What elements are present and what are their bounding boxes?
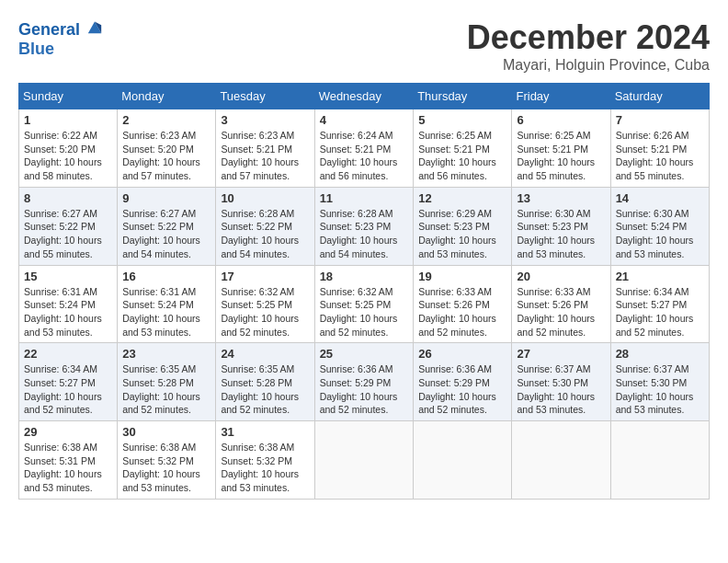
calendar-cell: 12Sunrise: 6:29 AM Sunset: 5:23 PM Dayli… [414, 187, 512, 265]
day-info: Sunrise: 6:27 AM Sunset: 5:22 PM Dayligh… [24, 207, 112, 261]
calendar-cell: 7Sunrise: 6:26 AM Sunset: 5:21 PM Daylig… [610, 109, 709, 188]
day-number: 15 [24, 270, 112, 283]
calendar-cell: 18Sunrise: 6:32 AM Sunset: 5:25 PM Dayli… [314, 265, 414, 343]
calendar-cell: 3Sunrise: 6:23 AM Sunset: 5:21 PM Daylig… [216, 109, 314, 188]
calendar-header-wednesday: Wednesday [314, 84, 414, 109]
day-number: 20 [517, 270, 605, 283]
calendar-header-sunday: Sunday [19, 84, 118, 109]
title-section: December 2024 Mayari, Holguin Province, … [467, 18, 710, 74]
calendar-cell: 16Sunrise: 6:31 AM Sunset: 5:24 PM Dayli… [118, 265, 216, 343]
calendar-week-1: 1Sunrise: 6:22 AM Sunset: 5:20 PM Daylig… [19, 109, 710, 188]
calendar-week-3: 15Sunrise: 6:31 AM Sunset: 5:24 PM Dayli… [19, 265, 710, 343]
day-info: Sunrise: 6:36 AM Sunset: 5:29 PM Dayligh… [418, 362, 506, 417]
day-info: Sunrise: 6:38 AM Sunset: 5:32 PM Dayligh… [122, 441, 210, 495]
calendar-cell: 2Sunrise: 6:23 AM Sunset: 5:20 PM Daylig… [118, 109, 216, 188]
calendar-cell: 14Sunrise: 6:30 AM Sunset: 5:24 PM Dayli… [610, 187, 709, 265]
day-number: 13 [517, 191, 605, 205]
day-info: Sunrise: 6:26 AM Sunset: 5:21 PM Dayligh… [616, 129, 704, 183]
day-number: 22 [24, 347, 112, 361]
calendar-header-friday: Friday [512, 84, 610, 109]
day-number: 5 [418, 113, 506, 127]
calendar-cell: 6Sunrise: 6:25 AM Sunset: 5:21 PM Daylig… [512, 109, 610, 188]
day-number: 24 [221, 347, 309, 361]
day-number: 21 [616, 270, 704, 283]
day-info: Sunrise: 6:38 AM Sunset: 5:32 PM Dayligh… [221, 441, 309, 495]
calendar-cell: 11Sunrise: 6:28 AM Sunset: 5:23 PM Dayli… [314, 187, 414, 265]
logo-text: General [18, 18, 103, 40]
calendar-header-tuesday: Tuesday [216, 84, 314, 109]
day-info: Sunrise: 6:29 AM Sunset: 5:23 PM Dayligh… [418, 207, 506, 261]
day-number: 1 [24, 113, 112, 127]
logo: General Blue [18, 18, 103, 59]
page-header: General Blue December 2024 Mayari, Holgu… [18, 18, 710, 74]
day-number: 18 [320, 270, 409, 283]
calendar-cell [414, 421, 512, 500]
calendar-table: SundayMondayTuesdayWednesdayThursdayFrid… [18, 83, 710, 500]
day-info: Sunrise: 6:32 AM Sunset: 5:25 PM Dayligh… [221, 285, 309, 339]
day-number: 4 [320, 113, 409, 127]
day-info: Sunrise: 6:22 AM Sunset: 5:20 PM Dayligh… [24, 129, 112, 183]
day-number: 28 [616, 347, 704, 361]
location: Mayari, Holguin Province, Cuba [467, 57, 710, 74]
day-number: 31 [221, 425, 309, 439]
calendar-cell: 25Sunrise: 6:36 AM Sunset: 5:29 PM Dayli… [314, 343, 414, 421]
calendar-cell: 13Sunrise: 6:30 AM Sunset: 5:23 PM Dayli… [512, 187, 610, 265]
day-number: 8 [24, 191, 112, 205]
calendar-cell: 29Sunrise: 6:38 AM Sunset: 5:31 PM Dayli… [19, 421, 118, 500]
day-info: Sunrise: 6:30 AM Sunset: 5:23 PM Dayligh… [517, 207, 605, 261]
day-info: Sunrise: 6:38 AM Sunset: 5:31 PM Dayligh… [24, 441, 112, 495]
calendar-cell: 30Sunrise: 6:38 AM Sunset: 5:32 PM Dayli… [118, 421, 216, 500]
day-number: 19 [418, 270, 506, 283]
day-info: Sunrise: 6:25 AM Sunset: 5:21 PM Dayligh… [517, 129, 605, 183]
day-info: Sunrise: 6:32 AM Sunset: 5:25 PM Dayligh… [320, 285, 409, 339]
day-info: Sunrise: 6:30 AM Sunset: 5:24 PM Dayligh… [616, 207, 704, 261]
day-number: 30 [122, 425, 210, 439]
calendar-header-saturday: Saturday [610, 84, 709, 109]
day-number: 11 [320, 191, 409, 205]
day-info: Sunrise: 6:23 AM Sunset: 5:21 PM Dayligh… [221, 129, 309, 183]
calendar-cell: 20Sunrise: 6:33 AM Sunset: 5:26 PM Dayli… [512, 265, 610, 343]
calendar-cell [512, 421, 610, 500]
day-info: Sunrise: 6:34 AM Sunset: 5:27 PM Dayligh… [616, 285, 704, 339]
calendar-cell: 23Sunrise: 6:35 AM Sunset: 5:28 PM Dayli… [118, 343, 216, 421]
calendar-cell: 31Sunrise: 6:38 AM Sunset: 5:32 PM Dayli… [216, 421, 314, 500]
calendar-cell: 4Sunrise: 6:24 AM Sunset: 5:21 PM Daylig… [314, 109, 414, 188]
calendar-cell: 15Sunrise: 6:31 AM Sunset: 5:24 PM Dayli… [19, 265, 118, 343]
calendar-cell: 28Sunrise: 6:37 AM Sunset: 5:30 PM Dayli… [610, 343, 709, 421]
calendar-cell: 24Sunrise: 6:35 AM Sunset: 5:28 PM Dayli… [216, 343, 314, 421]
calendar-week-4: 22Sunrise: 6:34 AM Sunset: 5:27 PM Dayli… [19, 343, 710, 421]
calendar-cell: 5Sunrise: 6:25 AM Sunset: 5:21 PM Daylig… [414, 109, 512, 188]
logo-icon [86, 18, 103, 35]
day-number: 9 [122, 191, 210, 205]
calendar-header-row: SundayMondayTuesdayWednesdayThursdayFrid… [19, 84, 710, 109]
day-number: 10 [221, 191, 309, 205]
day-info: Sunrise: 6:28 AM Sunset: 5:22 PM Dayligh… [221, 207, 309, 261]
day-info: Sunrise: 6:27 AM Sunset: 5:22 PM Dayligh… [122, 207, 210, 261]
calendar-header-monday: Monday [118, 84, 216, 109]
day-info: Sunrise: 6:34 AM Sunset: 5:27 PM Dayligh… [24, 362, 112, 417]
calendar-cell: 21Sunrise: 6:34 AM Sunset: 5:27 PM Dayli… [610, 265, 709, 343]
day-number: 17 [221, 270, 309, 283]
day-number: 14 [616, 191, 704, 205]
day-number: 6 [517, 113, 605, 127]
day-info: Sunrise: 6:31 AM Sunset: 5:24 PM Dayligh… [122, 285, 210, 339]
calendar-header-thursday: Thursday [414, 84, 512, 109]
day-info: Sunrise: 6:37 AM Sunset: 5:30 PM Dayligh… [616, 362, 704, 417]
logo-blue: Blue [18, 40, 54, 59]
day-info: Sunrise: 6:23 AM Sunset: 5:20 PM Dayligh… [122, 129, 210, 183]
day-info: Sunrise: 6:24 AM Sunset: 5:21 PM Dayligh… [320, 129, 409, 183]
calendar-cell [610, 421, 709, 500]
day-info: Sunrise: 6:33 AM Sunset: 5:26 PM Dayligh… [517, 285, 605, 339]
day-info: Sunrise: 6:28 AM Sunset: 5:23 PM Dayligh… [320, 207, 409, 261]
month-title: December 2024 [467, 18, 710, 57]
calendar-cell: 10Sunrise: 6:28 AM Sunset: 5:22 PM Dayli… [216, 187, 314, 265]
day-number: 3 [221, 113, 309, 127]
day-number: 27 [517, 347, 605, 361]
day-info: Sunrise: 6:37 AM Sunset: 5:30 PM Dayligh… [517, 362, 605, 417]
calendar-cell: 8Sunrise: 6:27 AM Sunset: 5:22 PM Daylig… [19, 187, 118, 265]
day-info: Sunrise: 6:35 AM Sunset: 5:28 PM Dayligh… [122, 362, 210, 417]
calendar-week-2: 8Sunrise: 6:27 AM Sunset: 5:22 PM Daylig… [19, 187, 710, 265]
day-number: 25 [320, 347, 409, 361]
calendar-cell: 26Sunrise: 6:36 AM Sunset: 5:29 PM Dayli… [414, 343, 512, 421]
day-number: 23 [122, 347, 210, 361]
